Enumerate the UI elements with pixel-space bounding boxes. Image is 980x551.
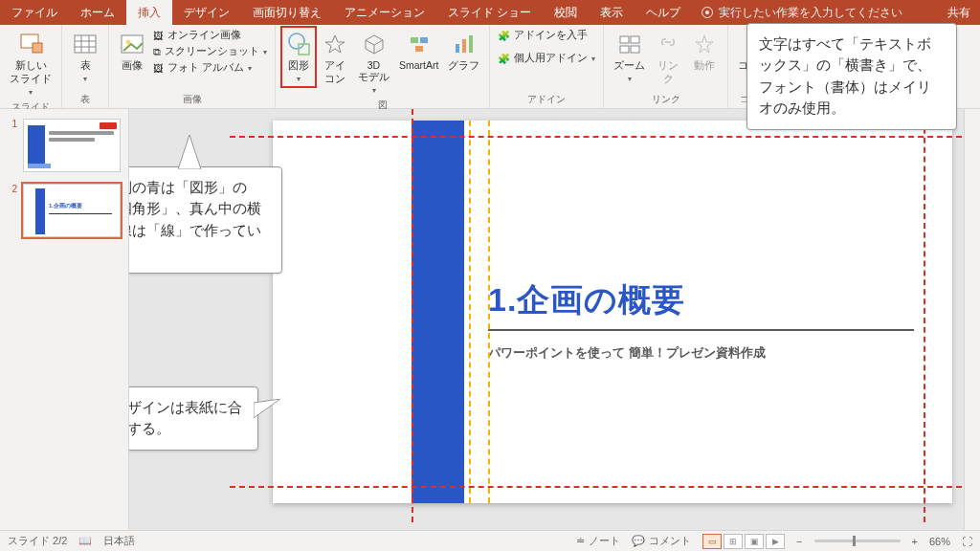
notes-button[interactable]: ≐ノート — [576, 534, 620, 548]
new-slide-button[interactable]: 新しい スライド ▾ — [8, 29, 54, 99]
cube-icon — [361, 31, 388, 57]
thumb-slide-1[interactable] — [23, 119, 121, 172]
svg-rect-16 — [415, 46, 423, 52]
action-button[interactable]: 動作 — [689, 29, 720, 75]
group-illustrations: 図形 ▾ アイ コン 3D モデル ▾ SmartArt グラフ 図 — [276, 25, 490, 108]
photo-album-label: フォト アルバム — [167, 61, 244, 75]
get-addins-button[interactable]: 🧩アドインを入手 — [498, 29, 595, 42]
my-addins-icon: 🧩 — [498, 53, 510, 65]
tab-help[interactable]: ヘルプ — [635, 0, 692, 25]
callout-design-text: 基本的なデザインは表紙に合わせて作成する。 — [129, 400, 242, 436]
svg-rect-15 — [420, 37, 428, 43]
view-sorter[interactable]: ⊞ — [724, 534, 743, 549]
workspace: 1 2 1.企画の概要 1.企画の概要 パワーポイントを使って 簡単！プレゼン資… — [0, 109, 980, 530]
chevron-down-icon: ▾ — [29, 88, 33, 97]
guide-red-top — [230, 136, 964, 138]
tab-slideshow[interactable]: スライド ショー — [436, 0, 543, 25]
notes-label: ノート — [589, 534, 620, 548]
svg-rect-19 — [469, 35, 473, 53]
online-image-button[interactable]: 🖼オンライン画像 — [153, 29, 267, 42]
tab-insert[interactable]: 挿入 — [126, 0, 172, 25]
my-addins-label: 個人用アドイン — [514, 52, 588, 65]
svg-point-8 — [126, 40, 131, 45]
svg-marker-33 — [254, 399, 280, 418]
tab-review[interactable]: 校閲 — [543, 0, 589, 25]
callout-design: 基本的なデザインは表紙に合わせて作成する。 — [129, 386, 258, 451]
chevron-down-icon: ▾ — [372, 86, 376, 95]
action-label: 動作 — [694, 59, 715, 73]
zoom-out-button[interactable]: − — [796, 536, 802, 547]
svg-rect-2 — [75, 35, 96, 53]
spellcheck-icon[interactable]: 📖 — [78, 535, 92, 547]
callout-textbox: 文字はすべて「テキストボックス」の「横書き」で、フォント（書体）はメイリオのみ使… — [746, 23, 957, 130]
vertical-scrollbar[interactable] — [964, 109, 980, 530]
photo-album-icon: 🖼 — [153, 62, 164, 74]
slide-canvas-area[interactable]: 1.企画の概要 パワーポイントを使って 簡単！プレゼン資料作成 左側の青は「図形… — [129, 109, 964, 530]
icons-button[interactable]: アイ コン — [320, 29, 350, 88]
callout-shapes: 左側の青は「図形」の「四角形」、真ん中の横の線は「線」で作っている。 — [129, 166, 282, 274]
zoom-in-button[interactable]: + — [912, 536, 918, 547]
svg-rect-14 — [411, 37, 418, 43]
icons-icon — [322, 31, 348, 57]
guide-yellow-1 — [469, 121, 471, 503]
screenshot-button[interactable]: ⧉スクリーンショット▾ — [153, 45, 267, 58]
chevron-down-icon: ▾ — [248, 64, 252, 73]
fit-to-window-button[interactable]: ⛶ — [962, 536, 972, 547]
view-slideshow[interactable]: ▶ — [766, 534, 785, 549]
tab-home[interactable]: ホーム — [69, 0, 126, 25]
smartart-button[interactable]: SmartArt — [397, 29, 440, 73]
slide-subtitle[interactable]: パワーポイントを使って 簡単！プレゼン資料作成 — [488, 344, 766, 362]
photo-album-button[interactable]: 🖼フォト アルバム▾ — [153, 61, 267, 75]
tab-file[interactable]: ファイル — [0, 0, 69, 25]
zoom-button[interactable]: ズーム ▾ — [612, 29, 647, 85]
view-normal[interactable]: ▭ — [702, 534, 722, 549]
chart-icon — [451, 31, 478, 57]
view-reading[interactable]: ▣ — [745, 534, 764, 549]
slide-divider-line[interactable] — [488, 329, 914, 331]
slide-canvas[interactable]: 1.企画の概要 パワーポイントを使って 簡単！プレゼン資料作成 — [273, 121, 952, 503]
callout-textbox-text: 文字はすべて「テキストボックス」の「横書き」で、フォント（書体）はメイリオのみ使… — [759, 36, 931, 116]
my-addins-button[interactable]: 🧩個人用アドイン▾ — [498, 52, 595, 65]
ribbon-tabs: ファイル ホーム 挿入 デザイン 画面切り替え アニメーション スライド ショー… — [0, 0, 980, 25]
zoom-slider[interactable] — [814, 540, 901, 542]
chart-button[interactable]: グラフ — [446, 29, 481, 75]
image-label: 画像 — [122, 59, 143, 73]
callout-design-tail — [254, 399, 280, 422]
link-label: リン ク — [657, 59, 679, 86]
group-links-label: リンク — [612, 91, 720, 106]
tell-me[interactable]: 実行したい作業を入力してください — [692, 0, 912, 25]
view-switcher: ▭ ⊞ ▣ ▶ — [702, 534, 785, 549]
table-button[interactable]: 表 ▾ — [70, 29, 100, 85]
slide-blue-rect[interactable] — [412, 121, 464, 503]
status-language[interactable]: 日本語 — [103, 534, 135, 548]
guide-red-bottom — [230, 486, 964, 488]
shapes-button[interactable]: 図形 ▾ — [283, 29, 314, 85]
shapes-icon — [285, 31, 312, 57]
thumb-slide-2[interactable]: 1.企画の概要 — [23, 184, 121, 237]
action-icon — [691, 31, 718, 57]
comments-pane-button[interactable]: 💬コメント — [632, 534, 691, 548]
svg-marker-32 — [178, 135, 201, 169]
svg-rect-21 — [631, 36, 639, 43]
link-button[interactable]: リン ク — [653, 29, 683, 88]
picture-icon — [119, 31, 145, 57]
svg-marker-11 — [325, 35, 345, 53]
zoom-level[interactable]: 66% — [929, 536, 950, 547]
tell-me-label: 実行したい作業を入力してください — [719, 5, 902, 21]
group-images-label: 画像 — [117, 91, 267, 106]
3d-model-button[interactable]: 3D モデル ▾ — [356, 29, 391, 97]
smartart-icon — [406, 31, 433, 57]
svg-rect-18 — [462, 39, 466, 53]
tab-view[interactable]: 表示 — [589, 0, 635, 25]
slide-title[interactable]: 1.企画の概要 — [488, 278, 685, 322]
group-addins-label: アドイン — [498, 91, 595, 106]
group-slides: 新しい スライド ▾ スライド — [0, 25, 62, 108]
image-button[interactable]: 画像 — [117, 29, 147, 75]
comments-label: コメント — [649, 534, 691, 548]
tab-design[interactable]: デザイン — [172, 0, 241, 25]
svg-rect-1 — [33, 43, 42, 53]
tab-animations[interactable]: アニメーション — [333, 0, 436, 25]
share-button[interactable]: 共有 — [938, 0, 980, 25]
tab-transitions[interactable]: 画面切り替え — [241, 0, 333, 25]
icons-label: アイ コン — [324, 59, 345, 86]
